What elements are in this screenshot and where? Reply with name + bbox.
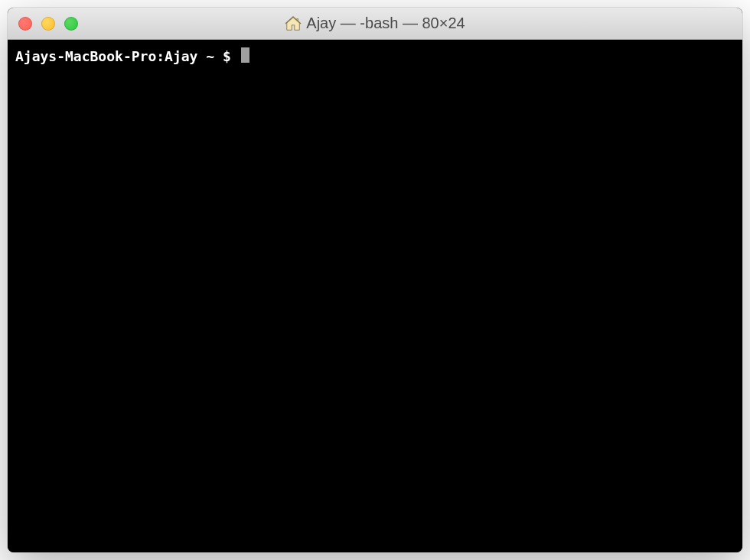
- zoom-button[interactable]: [64, 17, 78, 31]
- window-title: Ajay — -bash — 80×24: [306, 15, 465, 32]
- traffic-lights: [8, 17, 78, 31]
- terminal-window: Ajay — -bash — 80×24 Ajays-MacBook-Pro:A…: [8, 8, 742, 552]
- titlebar[interactable]: Ajay — -bash — 80×24: [8, 8, 742, 40]
- prompt-line: Ajays-MacBook-Pro:Ajay ~ $: [15, 46, 735, 65]
- window-title-container: Ajay — -bash — 80×24: [8, 15, 742, 32]
- shell-prompt: Ajays-MacBook-Pro:Ajay ~ $: [15, 47, 240, 65]
- close-button[interactable]: [18, 17, 32, 31]
- terminal-body[interactable]: Ajays-MacBook-Pro:Ajay ~ $: [8, 40, 742, 552]
- minimize-button[interactable]: [41, 17, 55, 31]
- home-icon: [285, 15, 302, 32]
- cursor: [241, 47, 249, 63]
